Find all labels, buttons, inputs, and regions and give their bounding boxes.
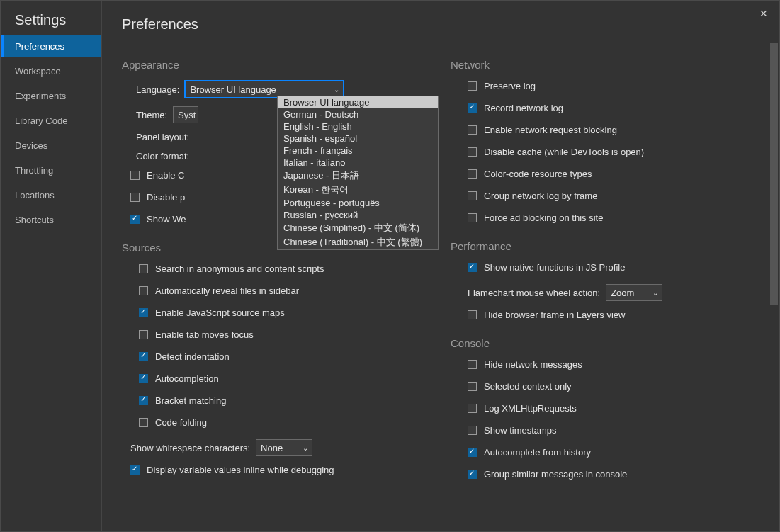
flamechart-value: Zoom bbox=[611, 288, 634, 298]
language-option[interactable]: Russian - русский bbox=[278, 209, 438, 221]
sources-item-label: Bracket matching bbox=[155, 395, 226, 406]
language-select-value: Browser UI language bbox=[190, 84, 276, 95]
sidebar-item-throttling[interactable]: Throttling bbox=[1, 159, 101, 181]
theme-label: Theme: bbox=[136, 110, 167, 120]
panel-layout-label: Panel layout: bbox=[136, 132, 189, 142]
sources-item-checkbox[interactable] bbox=[139, 286, 148, 295]
language-option[interactable]: German - Deutsch bbox=[278, 108, 438, 120]
sources-item-row: Detect indentation bbox=[139, 351, 431, 362]
console-item-checkbox[interactable] bbox=[468, 360, 477, 369]
language-option[interactable]: French - français bbox=[278, 145, 438, 157]
network-item-row: Disable cache (while DevTools is open) bbox=[468, 147, 759, 157]
language-option[interactable]: Chinese (Simplified) - 中文 (简体) bbox=[278, 221, 438, 235]
network-item-checkbox[interactable] bbox=[468, 125, 477, 135]
language-dropdown[interactable]: Browser UI languageGerman - DeutschEngli… bbox=[277, 96, 439, 250]
console-item-checkbox[interactable] bbox=[468, 426, 477, 435]
page-title: Preferences bbox=[122, 16, 759, 43]
network-item-row: Preserve log bbox=[468, 81, 759, 91]
sources-item-row: Enable JavaScript source maps bbox=[139, 307, 431, 318]
section-network: Network Preserve logRecord network logEn… bbox=[451, 59, 759, 223]
scrollbar[interactable] bbox=[770, 43, 778, 525]
network-item-label: Group network log by frame bbox=[484, 191, 597, 201]
language-option[interactable]: Japanese - 日本語 bbox=[278, 169, 438, 183]
theme-select[interactable]: Syst bbox=[173, 106, 198, 123]
sidebar-item-preferences[interactable]: Preferences bbox=[1, 35, 101, 57]
console-item-row: Group similar messages in console bbox=[468, 469, 759, 480]
theme-select-value: Syst bbox=[178, 110, 196, 120]
section-title-appearance: Appearance bbox=[122, 59, 431, 71]
section-sources: Sources Search in anonymous and content … bbox=[122, 242, 431, 475]
console-item-checkbox[interactable] bbox=[468, 382, 477, 391]
network-item-label: Disable cache (while DevTools is open) bbox=[484, 147, 644, 157]
network-item-row: Force ad blocking on this site bbox=[468, 213, 759, 223]
show-we-checkbox[interactable] bbox=[130, 215, 140, 224]
language-option[interactable]: Italian - italiano bbox=[278, 157, 438, 169]
scrollbar-thumb[interactable] bbox=[770, 43, 778, 305]
network-item-checkbox[interactable] bbox=[468, 103, 477, 113]
sources-item-checkbox[interactable] bbox=[139, 352, 148, 361]
language-option[interactable]: English - English bbox=[278, 120, 438, 132]
sidebar-item-devices[interactable]: Devices bbox=[1, 135, 101, 157]
sidebar-item-library-code[interactable]: Library Code bbox=[1, 110, 101, 132]
network-item-row: Group network log by frame bbox=[468, 191, 759, 201]
show-native-checkbox[interactable] bbox=[468, 263, 477, 272]
show-whitespace-select[interactable]: None ⌄ bbox=[256, 439, 312, 456]
display-inline-checkbox[interactable] bbox=[130, 465, 140, 475]
console-item-checkbox[interactable] bbox=[468, 448, 477, 457]
network-item-label: Color-code resource types bbox=[484, 169, 592, 179]
hide-browser-frame-checkbox[interactable] bbox=[468, 310, 477, 319]
network-item-row: Color-code resource types bbox=[468, 169, 759, 179]
sources-item-checkbox[interactable] bbox=[139, 396, 148, 405]
color-format-label: Color format: bbox=[136, 151, 189, 162]
network-item-label: Enable network request blocking bbox=[484, 125, 617, 135]
network-item-checkbox[interactable] bbox=[468, 169, 477, 179]
sources-item-checkbox[interactable] bbox=[139, 330, 148, 339]
sidebar-item-experiments[interactable]: Experiments bbox=[1, 85, 101, 107]
sources-item-row: Automatically reveal files in sidebar bbox=[139, 285, 431, 296]
sources-item-row: Enable tab moves focus bbox=[139, 329, 431, 340]
sources-item-row: Search in anonymous and content scripts bbox=[139, 264, 431, 274]
console-item-label: Hide network messages bbox=[484, 359, 582, 370]
network-item-row: Enable network request blocking bbox=[468, 125, 759, 135]
sidebar-item-shortcuts[interactable]: Shortcuts bbox=[1, 209, 101, 231]
console-item-row: Hide network messages bbox=[468, 359, 759, 370]
console-item-label: Log XMLHttpRequests bbox=[484, 403, 577, 414]
console-item-checkbox[interactable] bbox=[468, 404, 477, 413]
sources-item-label: Autocompletion bbox=[155, 373, 219, 384]
disable-p-label: Disable p bbox=[147, 192, 185, 203]
console-item-label: Selected context only bbox=[484, 381, 572, 392]
sources-item-row: Bracket matching bbox=[139, 395, 431, 406]
sources-item-checkbox[interactable] bbox=[139, 264, 148, 273]
network-item-checkbox[interactable] bbox=[468, 191, 477, 200]
show-we-label: Show We bbox=[147, 214, 186, 225]
close-button[interactable]: ✕ bbox=[755, 5, 772, 22]
console-item-checkbox[interactable] bbox=[468, 470, 477, 479]
enable-c-checkbox[interactable] bbox=[130, 171, 140, 180]
language-option[interactable]: Korean - 한국어 bbox=[278, 183, 438, 197]
console-item-row: Show timestamps bbox=[468, 425, 759, 436]
chevron-down-icon: ⌄ bbox=[303, 444, 308, 452]
preferences-panel: ✕ Preferences Appearance Language: Brows… bbox=[101, 1, 779, 531]
network-item-checkbox[interactable] bbox=[468, 147, 477, 157]
settings-sidebar: Settings PreferencesWorkspaceExperiments… bbox=[1, 1, 101, 531]
sources-item-checkbox[interactable] bbox=[139, 374, 148, 383]
sources-item-checkbox[interactable] bbox=[139, 308, 148, 317]
language-option[interactable]: Browser UI language bbox=[278, 96, 438, 108]
language-option[interactable]: Spanish - español bbox=[278, 132, 438, 145]
disable-p-checkbox[interactable] bbox=[130, 193, 140, 202]
network-item-checkbox[interactable] bbox=[468, 213, 477, 222]
sources-item-checkbox[interactable] bbox=[139, 418, 148, 427]
network-item-checkbox[interactable] bbox=[468, 81, 477, 91]
language-option[interactable]: Portuguese - português bbox=[278, 197, 438, 209]
section-performance: Performance Show native functions in JS … bbox=[451, 240, 759, 320]
sources-item-label: Automatically reveal files in sidebar bbox=[155, 285, 299, 296]
console-item-row: Selected context only bbox=[468, 381, 759, 392]
sidebar-item-workspace[interactable]: Workspace bbox=[1, 60, 101, 82]
flamechart-select[interactable]: Zoom ⌄ bbox=[606, 284, 662, 301]
section-title-console: Console bbox=[451, 337, 759, 349]
enable-c-label: Enable C bbox=[147, 170, 184, 181]
language-option[interactable]: Chinese (Traditional) - 中文 (繁體) bbox=[278, 235, 438, 249]
sources-item-row: Code folding bbox=[139, 417, 431, 428]
sidebar-item-locations[interactable]: Locations bbox=[1, 184, 101, 206]
sources-item-label: Enable JavaScript source maps bbox=[155, 307, 285, 318]
